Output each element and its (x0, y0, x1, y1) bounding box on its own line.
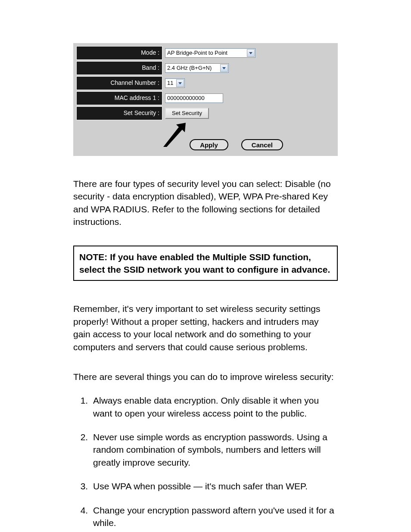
row-security: Set Security : Set Security (76, 106, 335, 120)
mode-select[interactable]: AP Bridge-Point to Point (165, 48, 255, 58)
label-security: Set Security : (76, 106, 162, 120)
row-mac1: MAC address 1 : 000000000000 (76, 91, 335, 105)
band-value: 2.4 GHz (B+G+N) (167, 64, 214, 72)
apply-button[interactable]: Apply (190, 139, 228, 150)
tip-item: Always enable data encryption. Only disa… (90, 394, 338, 420)
mac1-input[interactable]: 000000000000 (165, 93, 223, 103)
arrow-row: Apply Cancel (76, 124, 335, 150)
label-mode: Mode : (76, 46, 162, 60)
band-select[interactable]: 2.4 GHz (B+G+N) (165, 63, 229, 73)
tip-item: Change your encryption password aftern y… (90, 504, 338, 529)
tips-list: Always enable data encryption. Only disa… (73, 394, 338, 529)
label-band: Band : (76, 61, 162, 75)
paragraph-reminder: Remember, it's very important to set wir… (73, 302, 338, 353)
set-security-button[interactable]: Set Security (165, 108, 209, 119)
chevron-down-icon[interactable] (220, 64, 228, 72)
arrow-icon (162, 121, 188, 148)
row-channel: Channel Number : 11 (76, 76, 335, 90)
channel-value: 11 (167, 79, 176, 87)
mac1-value: 000000000000 (167, 94, 205, 102)
mode-value: AP Bridge-Point to Point (167, 49, 230, 57)
svg-marker-0 (163, 123, 186, 147)
note-box: NOTE: If you have enabled the Multiple S… (73, 246, 338, 281)
label-channel: Channel Number : (76, 76, 162, 90)
config-panel: Mode : AP Bridge-Point to Point Band : 2… (73, 43, 338, 156)
channel-select[interactable]: 11 (165, 78, 185, 88)
cancel-button[interactable]: Cancel (241, 139, 283, 150)
tip-item: Use WPA when possible — it's much safer … (90, 480, 338, 492)
row-mode: Mode : AP Bridge-Point to Point (76, 46, 335, 60)
label-mac1: MAC address 1 : (76, 91, 162, 105)
chevron-down-icon[interactable] (247, 49, 255, 57)
chevron-down-icon[interactable] (176, 79, 184, 87)
paragraph-tips-intro: There are several things you can do to i… (73, 370, 338, 383)
row-band: Band : 2.4 GHz (B+G+N) (76, 61, 335, 75)
paragraph-security-types: There are four types of security level y… (73, 177, 338, 228)
tip-item: Never use simple words as encryption pas… (90, 431, 338, 469)
